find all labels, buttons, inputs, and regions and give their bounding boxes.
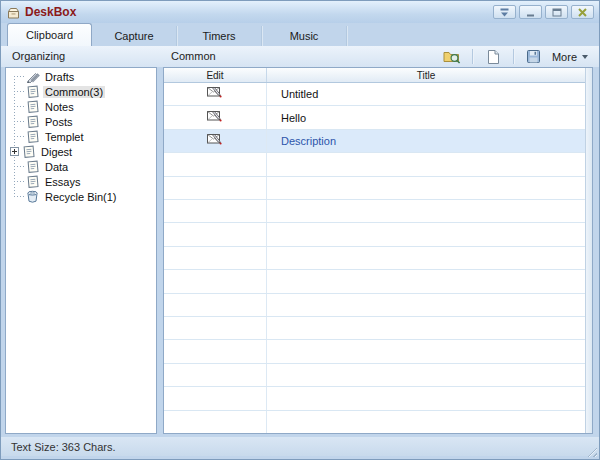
new-document-icon — [487, 50, 499, 64]
folder-tree: Drafts Common(3) — [6, 68, 156, 204]
sidebar-item-notes[interactable]: Notes — [6, 99, 156, 114]
tabstrip: Clipboard Capture Timers Music — [1, 23, 599, 46]
more-label: More — [552, 51, 577, 63]
table-scrollbar[interactable] — [585, 68, 592, 433]
table-row-empty — [164, 387, 585, 410]
sidebar-item-label: Digest — [39, 146, 74, 158]
sidebar-item-label: Common(3) — [43, 86, 105, 98]
table-row-empty — [164, 411, 585, 433]
close-button[interactable] — [571, 5, 594, 19]
minimize-button[interactable] — [519, 5, 542, 19]
statusbar: Text Size: 363 Chars. — [1, 437, 599, 456]
titlebar[interactable]: DeskBox — [1, 1, 599, 23]
note-icon — [25, 85, 40, 98]
table-row-empty — [164, 270, 585, 293]
tab-timers[interactable]: Timers — [177, 26, 262, 46]
save-icon — [527, 50, 540, 63]
table-row-empty — [164, 247, 585, 270]
sidebar-item-label: Essays — [43, 176, 82, 188]
window-controls — [490, 5, 594, 19]
deskbox-app-icon[interactable] — [6, 5, 22, 19]
sidebar-item-recycle-bin[interactable]: Recycle Bin(1) — [6, 189, 156, 204]
close-icon — [578, 8, 587, 17]
chevron-down-icon — [582, 55, 588, 59]
sidebar-item-digest[interactable]: Digest — [6, 144, 156, 159]
table-row-empty — [164, 317, 585, 340]
sidebar-item-common[interactable]: Common(3) — [6, 84, 156, 99]
note-icon — [25, 100, 40, 113]
pen-icon — [25, 71, 40, 83]
note-icon — [25, 160, 40, 173]
table-header: Edit Title — [164, 68, 585, 83]
sidebar-item-essays[interactable]: Essays — [6, 174, 156, 189]
sidebar-item-data[interactable]: Data — [6, 159, 156, 174]
table-row-empty — [164, 340, 585, 363]
column-header-edit[interactable]: Edit — [164, 68, 267, 82]
table-row[interactable]: Untitled — [164, 83, 585, 106]
note-title[interactable]: Untitled — [267, 83, 585, 105]
deskbox-window: DeskBox — [0, 0, 600, 460]
toolbar-separator — [513, 49, 514, 64]
sidebar-item-label: Recycle Bin(1) — [43, 191, 119, 203]
folder-search-icon — [443, 49, 461, 64]
tab-clipboard[interactable]: Clipboard — [7, 23, 92, 46]
note-icon — [25, 115, 40, 128]
edit-note-icon[interactable] — [207, 109, 223, 127]
sidebar-item-drafts[interactable]: Drafts — [6, 69, 156, 84]
rollup-button[interactable] — [493, 5, 516, 19]
rollup-icon — [500, 8, 509, 17]
tab-capture[interactable]: Capture — [92, 26, 177, 46]
table-row[interactable]: Hello — [164, 106, 585, 129]
note-icon — [21, 145, 36, 158]
folder-header: Common — [171, 46, 216, 67]
status-text: Text Size: 363 Chars. — [11, 441, 116, 453]
note-title[interactable]: Hello — [267, 106, 585, 128]
toolbar-separator — [472, 49, 473, 64]
note-icon — [25, 175, 40, 188]
table-row[interactable]: Description — [164, 130, 585, 153]
header-strip: Organizing Common — [1, 46, 599, 67]
maximize-icon — [552, 8, 562, 17]
save-button[interactable] — [520, 47, 548, 66]
more-button[interactable]: More — [548, 47, 592, 66]
edit-note-icon[interactable] — [207, 132, 223, 150]
window-title: DeskBox — [25, 5, 76, 19]
table-row-empty — [164, 177, 585, 200]
toolbar: More — [438, 46, 592, 67]
edit-note-icon[interactable] — [207, 85, 223, 103]
sidebar-item-label: Data — [43, 161, 70, 173]
table-body: Untitled — [164, 83, 585, 433]
table-row-empty — [164, 223, 585, 246]
table-row-empty — [164, 364, 585, 387]
expand-plus-icon[interactable] — [10, 147, 19, 156]
sidebar-item-label: Templet — [43, 131, 86, 143]
sidebar-item-label: Drafts — [43, 71, 76, 83]
sidebar-item-posts[interactable]: Posts — [6, 114, 156, 129]
new-note-button[interactable] — [479, 47, 507, 66]
sidebar-item-label: Notes — [43, 101, 76, 113]
column-header-title[interactable]: Title — [267, 68, 585, 82]
sidebar-header: Organizing — [12, 46, 65, 67]
minimize-icon — [526, 8, 535, 17]
note-title[interactable]: Description — [267, 130, 585, 152]
recycle-bin-icon — [25, 190, 40, 203]
table-row-empty — [164, 294, 585, 317]
sidebar-panel: Drafts Common(3) — [5, 67, 157, 434]
note-icon — [25, 130, 40, 143]
search-folder-button[interactable] — [438, 47, 466, 66]
maximize-button[interactable] — [545, 5, 568, 19]
sidebar-item-templet[interactable]: Templet — [6, 129, 156, 144]
tab-music[interactable]: Music — [262, 26, 347, 46]
table-row-empty — [164, 153, 585, 176]
notes-table: Edit Title — [163, 67, 593, 434]
table-row-empty — [164, 200, 585, 223]
sidebar-item-label: Posts — [43, 116, 75, 128]
